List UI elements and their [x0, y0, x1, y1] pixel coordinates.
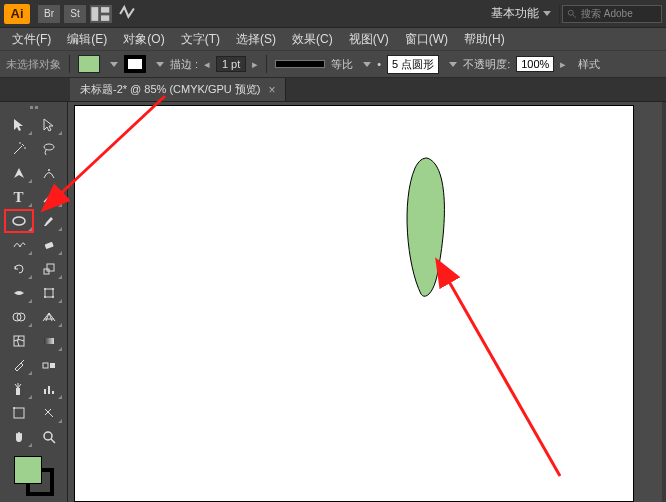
- bridge-icon[interactable]: Br: [38, 5, 60, 23]
- zoom-tool[interactable]: [35, 426, 63, 448]
- svg-rect-19: [14, 336, 24, 346]
- fill-stroke-swatches[interactable]: [14, 456, 54, 496]
- divider: [559, 5, 560, 23]
- workspace-switcher[interactable]: 基本功能: [485, 5, 557, 22]
- menu-effect[interactable]: 效果(C): [284, 31, 341, 48]
- pen-tool[interactable]: [5, 162, 33, 184]
- right-panel-collapsed[interactable]: [662, 102, 666, 502]
- tools-panel: T: [0, 102, 68, 502]
- ellipse-shape[interactable]: [397, 156, 457, 301]
- stepper-up-icon[interactable]: ◂: [204, 58, 210, 71]
- scale-tool[interactable]: [35, 258, 63, 280]
- paintbrush-tool[interactable]: [35, 210, 63, 232]
- line-tool[interactable]: [35, 186, 63, 208]
- selection-status: 未选择对象: [6, 57, 61, 72]
- fill-color-swatch[interactable]: [14, 456, 42, 484]
- document-tab[interactable]: 未标题-2* @ 85% (CMYK/GPU 预览) ×: [70, 78, 286, 101]
- svg-point-8: [13, 217, 25, 225]
- divider: [69, 55, 70, 73]
- shape-builder-tool[interactable]: [5, 306, 33, 328]
- search-icon: [567, 9, 577, 19]
- hand-tool[interactable]: [5, 426, 33, 448]
- brush-preset-field[interactable]: 5 点圆形: [387, 55, 439, 74]
- search-placeholder: 搜索 Adobe: [581, 7, 633, 21]
- selection-tool[interactable]: [5, 114, 33, 136]
- width-tool[interactable]: [5, 282, 33, 304]
- menu-file[interactable]: 文件(F): [4, 31, 59, 48]
- chevron-down-icon[interactable]: [156, 62, 164, 67]
- control-bar: 未选择对象 描边 : ◂ 1 pt ▸ 等比 • 5 点圆形 不透明度: 100…: [0, 50, 666, 78]
- chevron-right-icon[interactable]: ▸: [560, 58, 566, 71]
- perspective-grid-tool[interactable]: [35, 306, 63, 328]
- svg-rect-0: [91, 7, 98, 21]
- shaper-tool[interactable]: [5, 234, 33, 256]
- menu-select[interactable]: 选择(S): [228, 31, 284, 48]
- svg-rect-11: [47, 264, 54, 271]
- free-transform-tool[interactable]: [35, 282, 63, 304]
- svg-rect-2: [101, 15, 109, 21]
- artboard-tool[interactable]: [5, 402, 33, 424]
- stock-icon[interactable]: St: [64, 5, 86, 23]
- opacity-label: 不透明度:: [463, 57, 510, 72]
- stroke-swatch[interactable]: [124, 55, 146, 73]
- svg-point-6: [48, 169, 50, 171]
- chevron-down-icon[interactable]: [363, 62, 371, 67]
- symbol-sprayer-tool[interactable]: [5, 378, 33, 400]
- svg-line-32: [447, 278, 560, 476]
- svg-rect-9: [44, 242, 53, 249]
- annotation-arrows: [75, 106, 635, 502]
- stepper-down-icon[interactable]: ▸: [252, 58, 258, 71]
- lasso-tool[interactable]: [35, 138, 63, 160]
- chevron-down-icon[interactable]: [110, 62, 118, 67]
- svg-rect-24: [44, 389, 46, 394]
- svg-rect-1: [101, 7, 109, 13]
- rotate-tool[interactable]: [5, 258, 33, 280]
- fill-swatch[interactable]: [78, 55, 100, 73]
- menu-type[interactable]: 文字(T): [173, 31, 228, 48]
- chevron-down-icon[interactable]: [449, 62, 457, 67]
- close-icon[interactable]: ×: [268, 83, 275, 97]
- panel-gripper[interactable]: [30, 106, 38, 110]
- svg-rect-20: [44, 338, 54, 344]
- column-graph-tool[interactable]: [35, 378, 63, 400]
- document-tab-title: 未标题-2* @ 85% (CMYK/GPU 预览): [80, 82, 260, 97]
- menu-object[interactable]: 对象(O): [115, 31, 172, 48]
- ellipse-tool[interactable]: [5, 210, 33, 232]
- gpu-icon[interactable]: [116, 5, 138, 23]
- gradient-tool[interactable]: [35, 330, 63, 352]
- curvature-tool[interactable]: [35, 162, 63, 184]
- arrange-docs-icon[interactable]: [90, 5, 112, 23]
- svg-rect-26: [52, 391, 54, 394]
- mesh-tool[interactable]: [5, 330, 33, 352]
- svg-point-5: [44, 144, 54, 150]
- stroke-profile-swatch[interactable]: [275, 60, 325, 68]
- svg-rect-23: [16, 388, 20, 395]
- svg-line-7: [44, 192, 54, 202]
- artboard[interactable]: [74, 105, 634, 502]
- type-tool[interactable]: T: [5, 186, 33, 208]
- direct-selection-tool[interactable]: [35, 114, 63, 136]
- menu-window[interactable]: 窗口(W): [397, 31, 456, 48]
- app-logo: Ai: [4, 4, 30, 24]
- menu-view[interactable]: 视图(V): [341, 31, 397, 48]
- svg-point-15: [44, 296, 46, 298]
- canvas[interactable]: [68, 102, 662, 502]
- magic-wand-tool[interactable]: [5, 138, 33, 160]
- blend-tool[interactable]: [35, 354, 63, 376]
- title-bar: Ai Br St 基本功能 搜索 Adobe: [0, 0, 666, 28]
- menu-edit[interactable]: 编辑(E): [59, 31, 115, 48]
- eraser-tool[interactable]: [35, 234, 63, 256]
- menu-help[interactable]: 帮助(H): [456, 31, 513, 48]
- style-button[interactable]: 样式: [572, 57, 606, 72]
- svg-rect-27: [14, 408, 24, 418]
- uniform-label: 等比: [331, 57, 353, 72]
- main-area: T: [0, 102, 666, 502]
- search-input[interactable]: 搜索 Adobe: [562, 5, 662, 23]
- svg-rect-22: [50, 363, 55, 368]
- svg-point-13: [44, 288, 46, 290]
- eyedropper-tool[interactable]: [5, 354, 33, 376]
- opacity-field[interactable]: 100%: [516, 56, 554, 72]
- svg-rect-25: [48, 386, 50, 394]
- stroke-weight-field[interactable]: 1 pt: [216, 56, 246, 72]
- slice-tool[interactable]: [35, 402, 63, 424]
